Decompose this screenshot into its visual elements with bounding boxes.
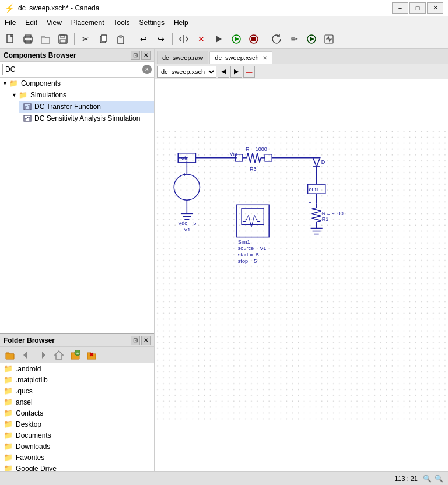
maximize-button[interactable]: □ (410, 2, 426, 14)
tree-arrow-simulations: ▼ (12, 92, 17, 98)
tree-item-simulations[interactable]: ▼ 📁 Simulations (9, 89, 154, 101)
folder-nav-up[interactable] (2, 349, 18, 361)
svg-text:source = V1: source = V1 (238, 245, 267, 251)
tab-dc-sweep-xsch[interactable]: dc_sweep.xsch ✕ (209, 51, 272, 64)
menu-settings[interactable]: Settings (135, 16, 169, 29)
folder-icon-documents: 📁 (4, 431, 13, 440)
svg-marker-13 (235, 37, 239, 41)
svg-rect-15 (251, 37, 256, 41)
tab-label-xsch: dc_sweep.xsch (215, 54, 258, 61)
search-input[interactable] (2, 64, 141, 75)
title-bar-controls: − □ ✕ (392, 2, 443, 14)
title-bar: ⚡ dc_sweep.xsch* - Caneda − □ ✕ (0, 0, 448, 16)
schematic-canvas[interactable]: + − Vdc = 5 V1 Vin Vin (155, 79, 448, 471)
app-icon: ⚡ (5, 3, 15, 13)
folder-browser: Folder Browser ⊡ ✕ (0, 334, 154, 471)
status-bar: 113 : 21 🔍 🔍 (0, 471, 448, 485)
toolbar-delete[interactable]: ✕ (193, 31, 209, 47)
sch-prev-button[interactable]: ◀ (218, 66, 229, 78)
svg-text:D: D (321, 159, 326, 165)
svg-text:Sim1: Sim1 (238, 239, 250, 245)
toolbar-stop[interactable] (211, 31, 227, 47)
folder-label: ansel (16, 398, 33, 406)
toolbar-stop2[interactable] (246, 31, 262, 47)
folder-icon-android: 📁 (4, 364, 13, 373)
folder-item[interactable]: 📁Downloads (0, 441, 154, 452)
svg-text:Vdc = 5: Vdc = 5 (178, 220, 196, 226)
zoom-out-button[interactable]: 🔍 (434, 474, 443, 483)
tab-close-button[interactable]: ✕ (262, 55, 267, 61)
folder-label: .android (16, 365, 41, 373)
toolbar-redo[interactable]: ↪ (153, 31, 169, 47)
folder-label: Favorites (16, 454, 44, 462)
menu-help[interactable]: Help (169, 16, 193, 29)
toolbar-open[interactable] (37, 31, 54, 47)
folder-panel-float-button[interactable]: ⊡ (131, 336, 140, 345)
close-button[interactable]: ✕ (427, 2, 443, 14)
sch-next-button[interactable]: ▶ (230, 66, 242, 78)
circuit-svg: + − Vdc = 5 V1 Vin Vin (155, 79, 448, 471)
zoom-in-button[interactable]: 🔍 (422, 474, 432, 483)
folder-nav-back[interactable] (19, 349, 34, 361)
toolbar-play[interactable] (228, 31, 244, 47)
toolbar-print[interactable] (20, 31, 36, 47)
folder-panel-controls: ⊡ ✕ (131, 336, 150, 345)
tree-item-components[interactable]: ▼ 📁 Components (0, 78, 154, 89)
toolbar-cut[interactable]: ✂ (78, 31, 94, 47)
svg-text:+: + (76, 351, 79, 356)
svg-text:+: + (183, 171, 186, 178)
folder-label: .matplotlib (16, 376, 48, 384)
tab-dc-sweep-raw[interactable]: dc_sweep.raw (157, 51, 208, 64)
tab-bar: dc_sweep.raw dc_sweep.xsch ✕ (155, 49, 448, 64)
tree-label-dc-transfer: DC Transfer Function (34, 103, 101, 111)
folder-label: .qucs (16, 387, 33, 395)
panel-header-controls: ⊡ ✕ (131, 51, 150, 60)
folder-item[interactable]: 📁Desktop (0, 419, 154, 430)
tree-label-components: Components (21, 79, 61, 87)
folder-remove-bookmark[interactable] (84, 349, 99, 361)
menu-file[interactable]: File (0, 16, 20, 29)
svg-text:R = 9000: R = 9000 (322, 210, 344, 216)
main-toolbar: ✂ ↩ ↪ ✕ ✏ (0, 29, 448, 49)
toolbar-mirror[interactable] (176, 31, 192, 47)
folder-nav-home[interactable] (51, 349, 66, 361)
svg-text:R = 1000: R = 1000 (246, 146, 267, 152)
folder-icon-ansel: 📁 (4, 398, 13, 406)
toolbar-simulate[interactable] (303, 31, 320, 47)
search-clear-button[interactable]: ✕ (142, 65, 152, 74)
tree-item-dc-sensitivity[interactable]: DC Sensitivity Analysis Simulation (19, 113, 154, 124)
menu-tools[interactable]: Tools (109, 16, 135, 29)
schematic-dropdown[interactable]: dc_sweep.xsch (157, 66, 216, 78)
folder-icon-downloads: 📁 (4, 442, 13, 451)
folder-panel-close-button[interactable]: ✕ (141, 336, 150, 345)
tree-item-dc-transfer[interactable]: DC Transfer Function (19, 101, 154, 113)
toolbar-rotate[interactable] (268, 31, 285, 47)
toolbar-save[interactable] (55, 31, 71, 47)
toolbar-paste[interactable] (113, 31, 129, 47)
menu-view[interactable]: View (42, 16, 66, 29)
right-panel: dc_sweep.raw dc_sweep.xsch ✕ dc_sweep.xs… (155, 49, 448, 471)
toolbar-wave[interactable] (321, 31, 337, 47)
panel-close-button[interactable]: ✕ (141, 51, 150, 60)
toolbar-pen[interactable]: ✏ (286, 31, 302, 47)
toolbar-undo[interactable]: ↩ (135, 31, 152, 47)
panel-float-button[interactable]: ⊡ (131, 51, 140, 60)
svg-marker-11 (216, 36, 222, 43)
folder-item[interactable]: 📁ansel (0, 396, 154, 407)
folder-item[interactable]: 📁Documents (0, 430, 154, 441)
menu-placement[interactable]: Placement (66, 16, 109, 29)
toolbar-copy[interactable] (95, 31, 111, 47)
folder-item[interactable]: 📁.matplotlib (0, 374, 154, 385)
toolbar-new[interactable] (2, 31, 19, 47)
folder-item[interactable]: 📁Contacts (0, 407, 154, 419)
folder-item[interactable]: 📁.android (0, 363, 154, 374)
folder-add-bookmark[interactable]: + (68, 349, 83, 361)
sch-close-button[interactable]: — (243, 66, 255, 78)
minimize-button[interactable]: − (392, 2, 408, 14)
folder-item[interactable]: 📁Google Drive (0, 463, 154, 471)
folder-item[interactable]: 📁Favorites (0, 452, 154, 463)
menu-edit[interactable]: Edit (20, 16, 42, 29)
folder-nav-forward[interactable] (35, 349, 50, 361)
folder-item[interactable]: 📁.qucs (0, 385, 154, 396)
toolbar-sep-2 (132, 33, 132, 45)
